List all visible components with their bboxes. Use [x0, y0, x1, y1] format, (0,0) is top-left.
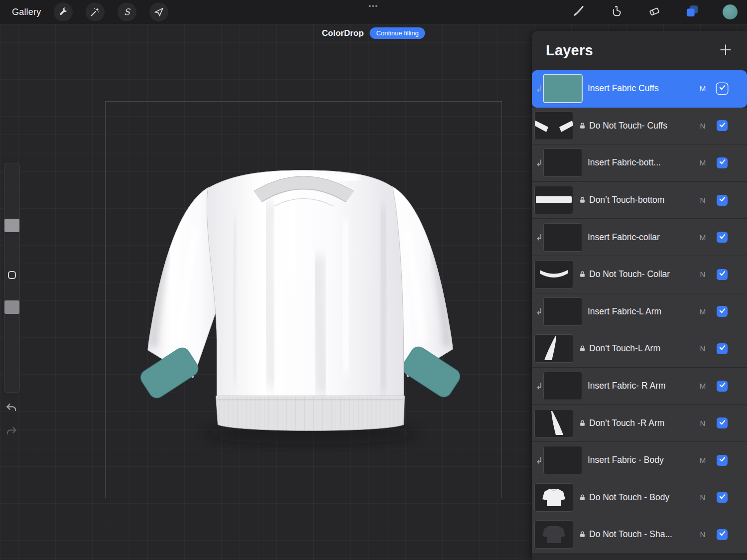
transform-arrow-icon	[153, 6, 164, 17]
continue-filling-button[interactable]: Continue filling	[370, 27, 425, 39]
brush-size-slider[interactable]	[4, 219, 19, 232]
blend-mode-badge[interactable]: M	[697, 456, 709, 464]
eraser-button[interactable]	[644, 2, 664, 22]
add-layer-button[interactable]	[717, 42, 734, 59]
layer-thumbnail[interactable]	[535, 112, 573, 140]
blend-mode-badge[interactable]: M	[697, 307, 709, 316]
blend-mode-badge[interactable]: N	[697, 122, 709, 130]
colordrop-title: ColorDrop	[322, 28, 364, 38]
layer-thumbnail[interactable]	[544, 149, 582, 176]
layer-row[interactable]: Insert Fabric-collar M	[532, 219, 747, 256]
layer-row[interactable]: Do Not Touch - Body N	[532, 479, 747, 517]
canvas-options-dots[interactable]: •••	[369, 2, 378, 9]
blend-mode-badge[interactable]: M	[697, 84, 709, 93]
smudge-button[interactable]	[607, 2, 626, 22]
checkbox-check-icon	[719, 158, 726, 167]
layer-row[interactable]: Insert Fabric Cuffs M	[532, 70, 747, 108]
blend-mode-badge[interactable]: N	[697, 530, 709, 539]
layer-name: Do Not Touch - Sha...	[589, 529, 697, 540]
blend-mode-badge[interactable]: N	[697, 196, 709, 204]
checkbox-check-icon	[719, 84, 726, 93]
brush-button[interactable]	[569, 2, 589, 22]
layer-name: Do Not Touch- Collar	[589, 269, 697, 280]
layers-button-active[interactable]	[682, 2, 702, 22]
brush-icon	[572, 4, 585, 19]
layer-row[interactable]: Insert Fabric-bott... M	[532, 144, 747, 182]
adjustments-button[interactable]	[86, 2, 105, 21]
undo-button[interactable]	[5, 401, 19, 415]
layer-name: Insert Fabric Cuffs	[588, 83, 697, 94]
artboard[interactable]	[105, 101, 502, 498]
layer-row[interactable]: Do Not Touch - Sha... N	[532, 516, 747, 554]
svg-text:S: S	[124, 7, 131, 17]
colordrop-notification: ColorDrop Continue filling	[322, 27, 425, 39]
visibility-checkbox[interactable]	[717, 269, 728, 280]
smudge-finger-icon	[610, 4, 623, 19]
eraser-icon	[648, 4, 661, 19]
blend-mode-badge[interactable]: M	[697, 382, 709, 390]
visibility-checkbox[interactable]	[717, 232, 728, 243]
clipping-mask-arrow-icon	[535, 85, 544, 92]
layer-thumbnail[interactable]	[535, 521, 573, 548]
layer-thumbnail[interactable]	[544, 298, 582, 325]
layer-row[interactable]: Insert Fabric- R Arm M	[532, 368, 747, 405]
layer-thumbnail[interactable]	[544, 372, 582, 400]
blend-mode-badge[interactable]: M	[697, 158, 709, 167]
lock-icon	[579, 345, 586, 352]
visibility-checkbox[interactable]	[717, 529, 728, 540]
checkbox-check-icon	[719, 381, 726, 391]
layer-thumbnail[interactable]	[535, 335, 573, 362]
layer-row[interactable]: Don’t Touch-L Arm N	[532, 330, 747, 368]
visibility-checkbox[interactable]	[717, 157, 728, 168]
layer-name: Insert Fabric-L Arm	[588, 306, 697, 317]
selection-button[interactable]: S	[118, 2, 136, 21]
procreate-window: Gallery S •••	[0, 0, 747, 560]
paint-tools-group	[569, 0, 740, 24]
layer-row[interactable]: Insert Fabric-L Arm M	[532, 293, 747, 331]
layer-thumbnail[interactable]	[535, 186, 573, 214]
actions-button[interactable]	[54, 2, 73, 21]
blend-mode-badge[interactable]: N	[697, 270, 709, 279]
visibility-checkbox[interactable]	[717, 381, 728, 392]
clipping-mask-arrow-icon	[535, 383, 544, 390]
visibility-checkbox[interactable]	[717, 455, 728, 466]
blend-mode-badge[interactable]: N	[697, 419, 709, 427]
layers-panel: Layers Insert Fabric Cuffs M Do Not Touc…	[532, 31, 747, 560]
layer-name: Insert Fabric - Body	[588, 455, 697, 465]
visibility-checkbox[interactable]	[717, 343, 728, 354]
layer-row[interactable]: Insert Fabric - Body M	[532, 442, 747, 479]
layer-thumbnail[interactable]	[544, 446, 582, 474]
layer-row[interactable]: Do Not Touch- Collar N	[532, 256, 747, 293]
magic-wand-icon	[90, 6, 101, 17]
layer-thumbnail[interactable]	[544, 75, 582, 102]
redo-button[interactable]	[5, 424, 19, 438]
visibility-checkbox[interactable]	[717, 418, 728, 428]
color-button[interactable]	[720, 2, 740, 22]
clipping-mask-arrow-icon	[535, 159, 544, 166]
blend-mode-badge[interactable]: N	[697, 344, 709, 353]
blend-mode-badge[interactable]: N	[697, 493, 709, 502]
layer-row[interactable]: Do Not Touch- Cuffs N	[532, 108, 747, 145]
visibility-checkbox[interactable]	[717, 492, 728, 503]
blend-mode-badge[interactable]: M	[697, 233, 709, 242]
visibility-checkbox[interactable]	[717, 120, 728, 131]
layer-row[interactable]: Don’t Touch -R Arm N	[532, 405, 747, 442]
checkbox-check-icon	[719, 270, 726, 279]
visibility-checkbox[interactable]	[717, 306, 728, 317]
redo-icon	[5, 430, 18, 439]
layer-thumbnail[interactable]	[535, 484, 573, 511]
layer-thumbnail[interactable]	[535, 261, 573, 288]
gallery-button[interactable]: Gallery	[12, 7, 41, 17]
lock-icon	[579, 494, 586, 501]
layer-thumbnail[interactable]	[544, 224, 582, 251]
transform-button[interactable]	[149, 2, 168, 21]
visibility-checkbox[interactable]	[717, 195, 728, 206]
lock-icon	[579, 271, 586, 278]
wrench-icon	[58, 6, 69, 17]
brush-opacity-slider[interactable]	[4, 300, 19, 314]
visibility-checkbox[interactable]	[717, 83, 728, 94]
layer-row[interactable]: Don’t Touch-bottom N	[532, 182, 747, 219]
modify-button[interactable]	[4, 266, 19, 286]
layers-icon	[685, 4, 699, 20]
layer-thumbnail[interactable]	[535, 410, 573, 437]
